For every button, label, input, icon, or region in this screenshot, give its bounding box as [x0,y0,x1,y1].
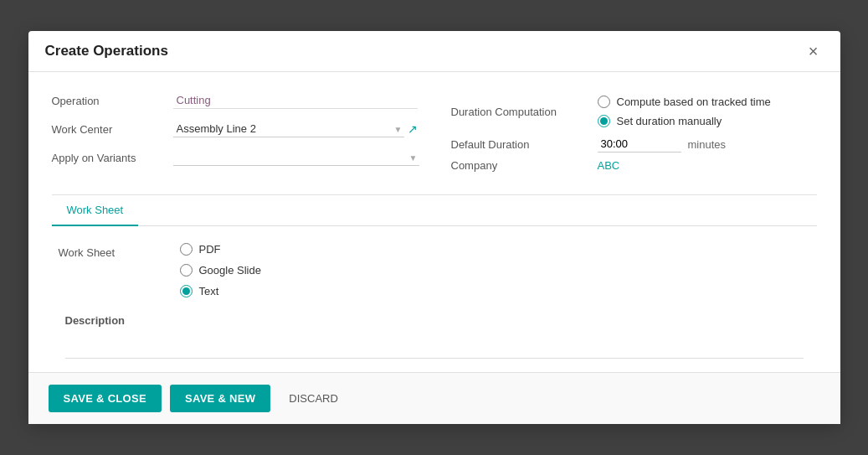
radio-compute-label[interactable]: Compute based on tracked time [598,96,771,108]
worksheet-text-radio[interactable] [180,285,193,297]
worksheet-options: PDF Google Slide Text [180,243,261,297]
save-close-button[interactable]: SAVE & CLOSE [49,385,162,412]
worksheet-row: Work Sheet PDF Google Slide [59,243,810,297]
modal-close-button[interactable]: × [804,41,824,61]
tab-work-sheet[interactable]: Work Sheet [52,195,139,226]
duration-unit-label: minutes [688,138,727,151]
company-row: Company ABC [451,159,817,172]
operation-label: Operation [52,95,173,107]
apply-variants-select[interactable] [173,149,419,166]
worksheet-section: Work Sheet PDF Google Slide [52,243,817,359]
save-new-button[interactable]: SAVE & NEW [170,385,270,412]
apply-variants-select-wrapper: ▼ [173,149,418,166]
work-center-row: Work Center Assembly Line 2 ▼ ↗ [52,121,418,137]
radio-compute-text: Compute based on tracked time [617,96,771,108]
apply-variants-row: Apply on Variants ▼ [52,149,418,166]
radio-set-manually-text: Set duration manually [617,115,722,127]
worksheet-pdf-option[interactable]: PDF [180,243,261,256]
duration-computation-label: Duration Computation [451,106,598,118]
company-link[interactable]: ABC [598,159,620,172]
description-section: Description [59,314,810,359]
create-operations-modal: Create Operations × Operation Work Cente… [28,31,840,424]
duration-radio-group: Compute based on tracked time Set durati… [598,96,771,127]
worksheet-google-slide-label: Google Slide [199,264,261,277]
worksheet-google-slide-option[interactable]: Google Slide [180,264,261,277]
work-center-label: Work Center [52,123,173,136]
form-right: Duration Computation Compute based on tr… [451,92,817,178]
company-label: Company [451,159,598,172]
modal-footer: SAVE & CLOSE SAVE & NEW DISCARD [28,372,840,424]
default-duration-row: Default Duration minutes [451,136,817,153]
modal-backdrop: Create Operations × Operation Work Cente… [0,0,868,455]
operation-input[interactable] [173,92,418,109]
modal-title: Create Operations [45,43,168,59]
worksheet-pdf-radio[interactable] [180,243,193,256]
radio-compute[interactable] [598,96,610,108]
radio-set-manually-label[interactable]: Set duration manually [598,115,771,127]
description-input[interactable] [65,332,804,359]
modal-header: Create Operations × [28,31,840,72]
duration-computation-row: Duration Computation Compute based on tr… [451,96,817,127]
apply-variants-label: Apply on Variants [52,152,173,164]
default-duration-input[interactable] [598,136,681,153]
worksheet-text-option[interactable]: Text [180,285,261,297]
external-link-icon[interactable]: ↗ [408,122,418,136]
operation-row: Operation [52,92,418,109]
work-center-select-wrapper: Assembly Line 2 ▼ ↗ [173,121,418,137]
form-left: Operation Work Center Assembly Line 2 ▼ … [52,92,418,178]
modal-body: Operation Work Center Assembly Line 2 ▼ … [28,72,840,372]
worksheet-pdf-label: PDF [199,243,221,256]
radio-set-manually[interactable] [598,115,610,127]
default-duration-label: Default Duration [451,138,598,151]
worksheet-text-label: Text [199,285,219,297]
worksheet-google-slide-radio[interactable] [180,264,193,277]
worksheet-label: Work Sheet [59,243,180,259]
tab-bar: Work Sheet [52,195,817,226]
description-label: Description [65,314,804,327]
tab-section: Work Sheet Work Sheet PDF Google S [52,194,817,359]
discard-button[interactable]: DISCARD [279,385,348,412]
form-section: Operation Work Center Assembly Line 2 ▼ … [52,92,817,178]
work-center-select[interactable]: Assembly Line 2 [173,121,404,137]
